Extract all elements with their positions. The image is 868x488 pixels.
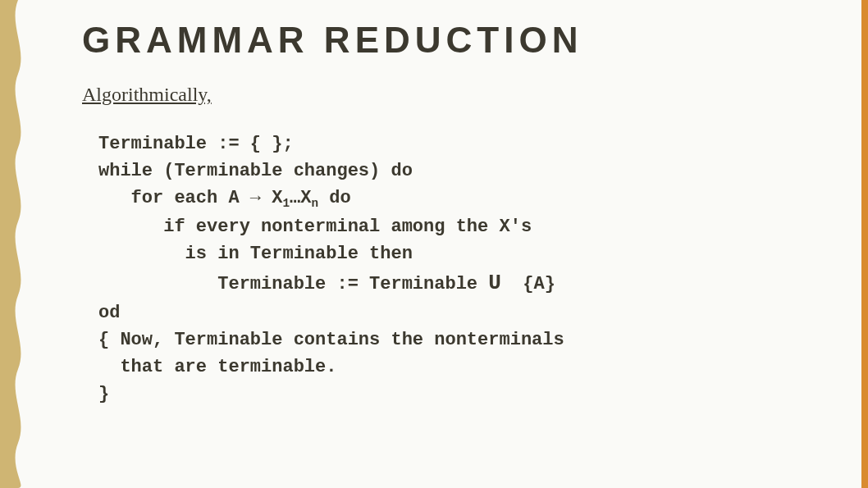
slide-content: GRAMMAR REDUCTION Algorithmically, Termi…	[82, 20, 835, 408]
code-line: is in Terminable then	[98, 244, 413, 264]
subscript-n: n	[311, 197, 318, 210]
code-line: Terminable := { };	[98, 134, 294, 154]
union-symbol: U	[488, 271, 501, 295]
code-line: while (Terminable changes) do	[98, 161, 413, 181]
subscript-1: 1	[282, 197, 290, 210]
code-line: do	[318, 188, 351, 208]
code-line: …X	[290, 188, 311, 208]
code-line: if every nonterminal among the X's	[98, 217, 532, 237]
code-line: }	[98, 384, 109, 404]
code-line: that are terminable.	[98, 357, 336, 377]
left-scalloped-border	[0, 0, 30, 488]
slide-title: GRAMMAR REDUCTION	[82, 20, 835, 61]
slide-subhead: Algorithmically,	[82, 84, 835, 106]
code-line: od	[98, 303, 120, 323]
wave-svg	[0, 0, 30, 488]
right-accent-bar	[861, 0, 868, 488]
algorithm-code-block: Terminable := { }; while (Terminable cha…	[98, 130, 835, 408]
code-line: Terminable := Terminable	[98, 274, 488, 294]
code-line: { Now, Terminable contains the nontermin…	[98, 330, 564, 350]
code-line: for each A → X	[98, 188, 282, 208]
code-line: {A}	[501, 274, 555, 294]
